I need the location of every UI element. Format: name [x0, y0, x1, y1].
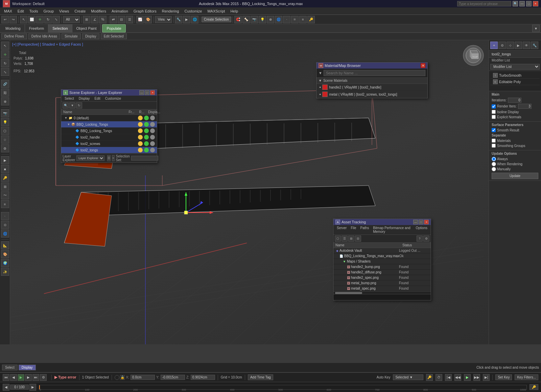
set-key-btn[interactable]: Set Key: [495, 374, 512, 380]
rp-always-input[interactable]: [492, 157, 496, 161]
undo-btn[interactable]: ↩: [1, 16, 9, 23]
ribbon-arrow-btn[interactable]: ▼: [532, 25, 540, 32]
view-dropdown[interactable]: View: [155, 16, 172, 23]
lt-environ-btn[interactable]: 🌍: [1, 259, 9, 267]
define-flows-btn[interactable]: Define Flows: [1, 33, 27, 39]
se-tree-area[interactable]: ▼ 📁 0 (default) ▼ 📦 BBQ_Locking_Tongs: [61, 115, 157, 153]
menu-max[interactable]: MAX: [1, 8, 15, 14]
se-tb-search[interactable]: 🔍: [63, 102, 69, 108]
menu-help[interactable]: Help: [228, 8, 241, 14]
magnet-btn[interactable]: 🧲: [234, 16, 242, 23]
at-row-spec[interactable]: 🖼 handle2_spec.png Found: [333, 275, 431, 280]
lt-stop-btn[interactable]: ■: [1, 165, 9, 173]
menu-tools[interactable]: Tools: [27, 8, 41, 14]
reactor-btn[interactable]: ⚛: [291, 16, 299, 23]
rp-when-rendering-input[interactable]: [492, 162, 496, 166]
lt-link-btn[interactable]: 🔗: [1, 80, 9, 88]
particle-btn[interactable]: ·: [283, 16, 290, 23]
tree-row-tongs[interactable]: 🔷 tool2_tongs: [61, 147, 157, 153]
at-tb-icon3[interactable]: ⊞: [348, 236, 354, 242]
lt-shape-btn[interactable]: ☆: [1, 136, 9, 144]
at-tb-icon2[interactable]: ☰: [342, 236, 348, 242]
play-btn[interactable]: ▶: [18, 374, 24, 381]
at-tb-help[interactable]: ?: [417, 236, 423, 242]
at-menu-paths[interactable]: Paths: [358, 226, 371, 234]
play-prev-frame-btn[interactable]: ◀: [10, 374, 17, 381]
mb-material-handle[interactable]: ● handle2 ( VRayMtl ) [tool2_handle]: [316, 84, 427, 91]
key-icon-btn[interactable]: 🔑: [530, 384, 538, 390]
coord-icon2[interactable]: 🔒: [120, 375, 125, 380]
menu-modifiers[interactable]: Modifiers: [88, 8, 109, 14]
lt-system-btn[interactable]: ⚙: [1, 144, 9, 152]
snap-angle-btn[interactable]: ∠: [91, 16, 98, 23]
playback-play-btn[interactable]: ▶: [464, 374, 471, 381]
rp-iterations-input[interactable]: [508, 98, 521, 103]
lt-material-btn[interactable]: 🎨: [1, 250, 9, 258]
lt-curve-btn[interactable]: 〜: [1, 191, 9, 199]
select-btn[interactable]: ↖: [20, 16, 27, 23]
at-tb-icon4[interactable]: ⊟: [355, 236, 361, 242]
define-idle-areas-btn[interactable]: Define Idle Areas: [28, 33, 60, 39]
lt-dope-btn[interactable]: ≡: [1, 200, 9, 208]
tab-modeling[interactable]: Modeling: [1, 24, 25, 32]
minimize-btn[interactable]: —: [519, 1, 525, 6]
at-menu-options[interactable]: Options: [414, 226, 429, 234]
rp-motion-icon[interactable]: ▶: [515, 42, 522, 49]
rp-always-radio[interactable]: Always: [492, 157, 538, 161]
ribbon-btn[interactable]: ≡: [299, 16, 307, 23]
bone-btn[interactable]: 🦴: [242, 16, 250, 23]
lt-rotate-btn[interactable]: ↻: [1, 59, 9, 67]
se-menu-display[interactable]: Display: [77, 96, 92, 101]
render-setup-btn[interactable]: 🔧: [175, 16, 182, 23]
se-menu-select[interactable]: Select: [63, 96, 76, 101]
tree-row-handle[interactable]: 🔷 tool2_handle: [61, 134, 157, 141]
lt-unlink-btn[interactable]: ⛓: [1, 89, 9, 97]
select-tab-btn[interactable]: Select: [2, 365, 18, 370]
lt-schematic-btn[interactable]: ⊞: [1, 182, 9, 191]
tree-row-screws[interactable]: 🔷 tool2_screws: [61, 141, 157, 147]
viewport[interactable]: [+] [Perspective] [ Shaded + Edged Faces…: [10, 40, 489, 344]
rp-modifier-dropdown[interactable]: Modifier List: [490, 64, 540, 70]
rp-when-rendering-radio[interactable]: When Rendering: [492, 162, 538, 166]
rp-smooth-groups-check[interactable]: [492, 144, 496, 148]
frame-input[interactable]: [10, 385, 29, 390]
move-btn[interactable]: ✛: [36, 16, 44, 23]
at-row-bbq-file[interactable]: 📄 BBQ_Locking_Tongs_max_vray.max Ok: [333, 253, 431, 259]
tree-row-bbq-obj[interactable]: 🔷 BBQ_Locking_Tongs: [61, 128, 157, 134]
rp-manually-input[interactable]: [492, 167, 496, 171]
menu-customize[interactable]: Customize: [182, 8, 205, 14]
rp-explicit-check[interactable]: [492, 115, 496, 119]
tab-object-paint[interactable]: Object Paint: [72, 24, 101, 32]
snap-btn[interactable]: ⊞: [83, 16, 90, 23]
at-tb-icon1[interactable]: ⬡: [335, 236, 341, 242]
add-time-tag-btn[interactable]: Add Time Tag: [248, 374, 273, 380]
at-scrollbar-thumb[interactable]: [335, 292, 362, 294]
rp-create-icon[interactable]: ✦: [490, 42, 498, 49]
mb-search-input[interactable]: [324, 70, 425, 76]
rp-update-btn[interactable]: Update: [492, 173, 538, 179]
rp-materials-check[interactable]: [492, 139, 496, 143]
se-minimize-btn[interactable]: —: [139, 90, 144, 95]
se-tb-refresh[interactable]: ↻: [76, 102, 82, 108]
selected-dropdown[interactable]: Selected ▼: [393, 374, 423, 380]
display-tab-btn[interactable]: Display: [82, 33, 99, 39]
key-filters-btn[interactable]: Key Filters...: [515, 374, 538, 380]
at-maximize-btn[interactable]: □: [419, 220, 423, 224]
material-btn[interactable]: 🎨: [144, 16, 152, 23]
expand-bbq[interactable]: ▼: [67, 123, 71, 126]
se-selection-set-input[interactable]: [131, 156, 158, 161]
se-footer-btn1[interactable]: ☰: [107, 155, 111, 161]
lt-scale-btn[interactable]: ⤡: [1, 68, 9, 76]
rp-render-iters-input[interactable]: [518, 104, 532, 109]
rp-modify-icon[interactable]: ⚙: [498, 42, 506, 49]
tab-selection[interactable]: Selection: [48, 24, 72, 32]
tree-row-default[interactable]: ▼ 📁 0 (default): [61, 115, 157, 121]
expand-default[interactable]: ▼: [64, 116, 68, 120]
se-menu-edit[interactable]: Edit: [93, 96, 102, 101]
lt-select-btn[interactable]: ↖: [1, 42, 9, 50]
se-maximize-btn[interactable]: □: [145, 90, 149, 95]
at-menu-server[interactable]: Server: [335, 226, 349, 234]
search-btn[interactable]: 🔍: [513, 1, 518, 6]
se-view-dropdown[interactable]: Layer Explorer: [76, 155, 104, 161]
se-close-btn[interactable]: ✕: [150, 90, 155, 95]
